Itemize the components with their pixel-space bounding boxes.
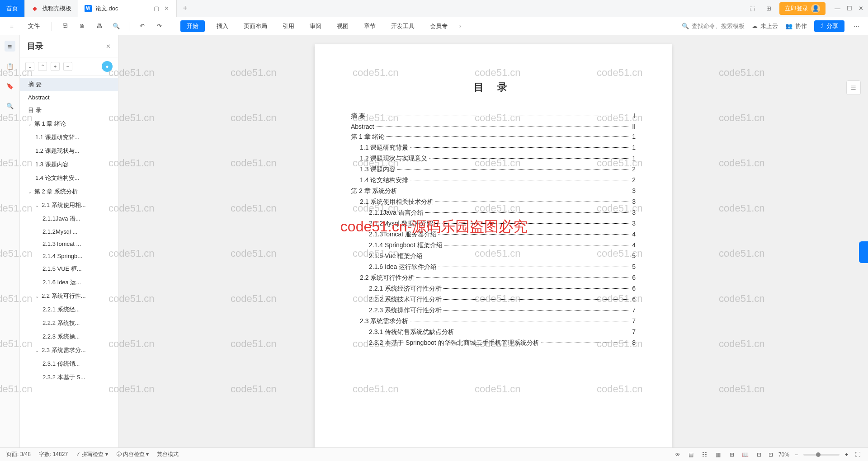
tab-home[interactable]: 首页 [0,0,25,17]
undo-icon[interactable]: ↶ [137,22,146,31]
cloud-status[interactable]: ☁ 未上云 [752,22,778,30]
close-window-icon[interactable]: ✕ [859,5,863,12]
side-flag[interactable] [859,241,868,263]
toc-entry[interactable]: 2.2 系统可行性分析6 [351,274,636,282]
toc-entry[interactable]: 1.3 课题内容2 [351,165,636,174]
chevron-down-icon[interactable]: ⌄ [28,189,33,194]
layout-icon[interactable]: ⬚ [747,3,758,14]
outline-item[interactable]: ⌄第 1 章 绪论 [20,117,118,131]
zoom-slider[interactable] [803,454,840,456]
toc-entry[interactable]: 2.1 系统使用相关技术分析3 [351,198,636,206]
menu-member[interactable]: 会员专 [426,20,451,32]
fullscreen-icon[interactable]: ⛶ [854,451,862,459]
ai-badge-icon[interactable]: ● [102,61,113,72]
toc-entry[interactable]: 2.3.2 本基于 Springboot 的华强北商城二手手机管理系统分析8 [351,339,636,347]
menu-review[interactable]: 审阅 [306,20,325,32]
search-input[interactable]: 🔍 查找命令、搜索模板 [682,22,745,30]
menu-icon[interactable]: ≡ [7,22,16,31]
outline-item[interactable]: ⌄2.1 系统使用相... [20,198,118,212]
outline-item[interactable]: 1.3 课题内容 [20,158,118,171]
outline-item[interactable]: 摘 要 [20,78,118,91]
outline-item[interactable]: ⌄2.3 系统需求分... [20,343,118,357]
toc-entry[interactable]: 摘 要I [351,112,636,120]
more-icon[interactable]: ⋯ [852,22,861,31]
menu-reference[interactable]: 引用 [279,20,298,32]
toc-entry[interactable]: AbstractII [351,123,636,130]
outline-item[interactable]: 2.2.1 系统经... [20,303,118,316]
preview-icon[interactable]: 🔍 [112,22,121,31]
eye-icon[interactable]: 👁 [674,451,682,459]
outline-item[interactable]: 2.3.2 本基于 S... [20,371,118,384]
login-button[interactable]: 立即登录 👤 [779,2,826,15]
outline-item[interactable]: 2.1.6 Idea 运... [20,276,118,289]
outline-item[interactable]: Abstract [20,91,118,103]
outline-item[interactable]: 1.1 课题研究背... [20,131,118,144]
zoom-value[interactable]: 70% [778,452,789,458]
toc-entry[interactable]: 第 2 章 系统分析3 [351,187,636,195]
toc-entry[interactable]: 1.1 课题研究背景1 [351,144,636,152]
menu-insert[interactable]: 插入 [213,20,232,32]
toc-entry[interactable]: 第 1 章 绪论1 [351,133,636,141]
toc-entry[interactable]: 2.1.6 Idea 运行软件介绍5 [351,263,636,271]
outline-item[interactable]: 2.2.3 系统操... [20,330,118,343]
minimize-icon[interactable]: — [835,5,840,12]
tab-window-icon[interactable]: ▢ [153,5,160,12]
toc-entry[interactable]: 2.3.1 传统销售系统优缺点分析7 [351,328,636,336]
maximize-icon[interactable]: ☐ [847,5,852,12]
outline-item[interactable]: 2.3.1 传统销... [20,357,118,371]
outline-item[interactable]: 2.2.2 系统技... [20,316,118,330]
menu-start[interactable]: 开始 [180,20,205,32]
add-tab-button[interactable]: + [177,4,194,13]
page-indicator[interactable]: 页面: 3/48 [6,451,31,458]
read-mode-icon[interactable]: 📖 [741,451,750,459]
collab-button[interactable]: 👥 协作 [785,22,807,30]
view-mode-2-icon[interactable]: ☷ [701,451,709,459]
menu-view[interactable]: 视图 [333,20,352,32]
outline-item[interactable]: ⌄2.2 系统可行性... [20,289,118,303]
toc-entry[interactable]: 2.2.3 系统操作可行性分析7 [351,306,636,315]
toc-entry[interactable]: 2.2.2 系统技术可行性分析6 [351,296,636,304]
toc-entry[interactable]: 2.3 系统需求分析7 [351,317,636,325]
chevron-down-icon[interactable]: ⌄ [35,294,40,299]
toc-entry[interactable]: 1.4 论文结构安排2 [351,176,636,184]
content-check[interactable]: 🛈 内容检查 ▾ [116,451,149,458]
menu-layout[interactable]: 页面布局 [240,20,271,32]
file-menu[interactable]: 文件 [24,20,43,32]
web-mode-icon[interactable]: ⊡ [755,451,763,459]
menu-more-icon[interactable]: › [459,23,461,29]
word-count[interactable]: 字数: 14827 [39,451,68,458]
print-icon[interactable]: 🖶 [94,22,104,31]
grid-icon[interactable]: ⊞ [763,3,774,14]
outline-item[interactable]: 2.1.3Tomcat ... [20,238,118,250]
menu-devtools[interactable]: 开发工具 [387,20,418,32]
clipboard-icon[interactable]: 📋 [5,61,15,71]
remove-heading-icon[interactable]: − [63,62,72,71]
tab-template[interactable]: ◆ 找稻壳模板 [25,0,78,17]
outline-item[interactable]: 2.1.5 VUE 框... [20,262,118,276]
redo-icon[interactable]: ↷ [155,22,164,31]
save-as-icon[interactable]: 🗎 [77,22,86,31]
toc-entry[interactable]: 2.1.4 Springboot 框架介绍4 [351,241,636,249]
spellcheck-toggle[interactable]: ✓ 拼写检查 ▾ [76,451,108,458]
close-icon[interactable]: ✕ [164,5,170,12]
fit-icon[interactable]: ⊡ [769,452,773,458]
outline-close-icon[interactable]: ✕ [106,43,111,50]
outline-item[interactable]: ⌄第 2 章 系统分析 [20,185,118,198]
chevron-down-icon[interactable]: ⌄ [35,348,40,353]
zoom-out-icon[interactable]: − [795,452,798,458]
menu-chapter[interactable]: 章节 [360,20,379,32]
save-icon[interactable]: 🖫 [60,22,69,31]
add-heading-icon[interactable]: + [51,62,60,71]
view-mode-1-icon[interactable]: ▤ [687,451,695,459]
expand-all-icon[interactable]: ⌃ [38,62,47,71]
collapse-all-icon[interactable]: ⌄ [25,62,34,71]
share-button[interactable]: ⤴ 分享 [814,20,844,32]
outline-item[interactable]: 1.2 课题现状与... [20,144,118,158]
view-mode-4-icon[interactable]: ⊞ [728,451,736,459]
page-options-icon[interactable]: ☰ [846,80,861,95]
search-rail-icon[interactable]: 🔍 [5,100,15,111]
chevron-down-icon[interactable]: ⌄ [35,203,40,208]
outline-item[interactable]: 1.4 论文结构安... [20,171,118,185]
tab-document[interactable]: W 论文.doc ▢ ✕ [78,0,177,17]
outline-tab-icon[interactable]: ≣ [5,41,15,52]
